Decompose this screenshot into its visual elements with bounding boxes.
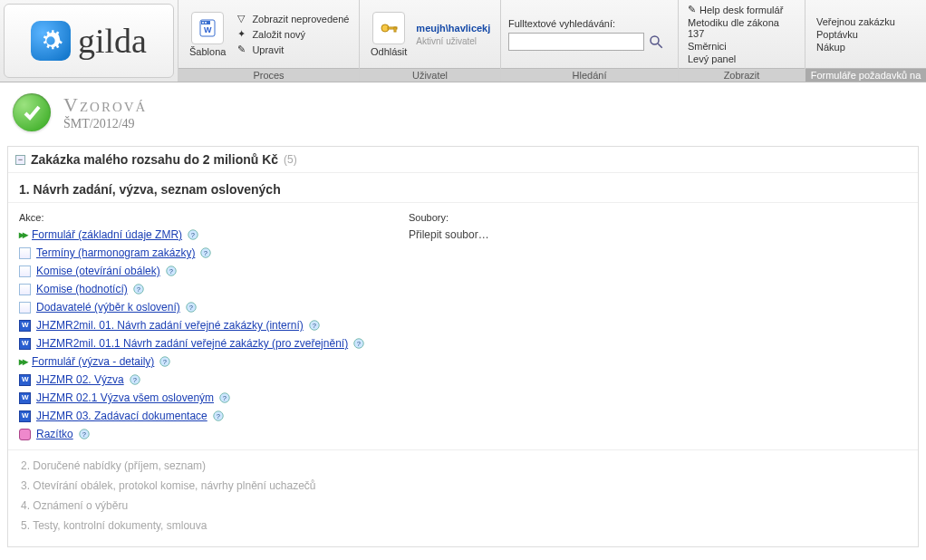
actions-label: Akce:: [19, 212, 387, 223]
magic-icon: ✦: [235, 28, 247, 41]
svg-text:?: ?: [217, 412, 220, 420]
page-code: ŠMT/2012/49: [63, 117, 147, 131]
word-template-icon: W: [191, 12, 224, 44]
page-header: Vzorová ŠMT/2012/49: [0, 82, 926, 140]
ribbon-group-zobrazit: ✎Help desk formulář Metodiku dle zákona …: [678, 0, 805, 82]
list-icon: [19, 247, 31, 259]
helpdesk-link[interactable]: ✎Help desk formulář: [688, 4, 796, 15]
svg-text:?: ?: [313, 322, 316, 330]
collapse-icon[interactable]: −: [15, 155, 25, 165]
svg-text:?: ?: [169, 267, 172, 275]
inactive-step: 4. Oznámení o výběru: [21, 499, 905, 512]
sablona-button[interactable]: W Šablona: [186, 10, 229, 59]
svg-point-2: [202, 22, 204, 24]
svg-text:?: ?: [132, 376, 136, 384]
ribbon-group-formulare: Veřejnou zakázku Poptávku Nákup Formulář…: [805, 0, 926, 82]
svg-text:?: ?: [163, 358, 167, 366]
levy-panel-link[interactable]: Levý panel: [688, 53, 796, 64]
upravit-button[interactable]: ✎Upravit: [235, 43, 349, 56]
ribbon-toolbar: gilda W Šablona ▽Zobrazit neprovedené ✦Z…: [0, 0, 926, 82]
pencil-icon: ✎: [688, 4, 696, 15]
ribbon-group-uzivatel: Odhlásit meujh\havlicekj Aktivní uživate…: [359, 0, 500, 82]
active-user-label: Aktivní uživatel: [416, 36, 490, 46]
help-icon[interactable]: ?: [159, 356, 170, 367]
action-row: Dodavatelé (výběr k oslovení)?: [19, 301, 387, 314]
action-row: ▸▸Formulář (výzva - detaily)?: [19, 355, 387, 368]
word-icon: [19, 338, 31, 350]
app-logo: gilda: [4, 4, 174, 78]
main-section: − Zakázka malého rozsahu do 2 milionů Kč…: [7, 146, 919, 547]
check-icon: [13, 93, 51, 131]
step1-header: 1. Návrh zadání, výzva, seznam oslovenýc…: [8, 173, 918, 203]
svg-text:?: ?: [204, 249, 207, 257]
help-icon[interactable]: ?: [130, 374, 140, 385]
svg-text:?: ?: [357, 340, 361, 348]
list-icon: [19, 266, 31, 277]
search-icon[interactable]: [648, 34, 664, 50]
list-icon: [19, 284, 31, 295]
action-row: JHZMR 02. Výzva?: [19, 373, 387, 386]
help-icon[interactable]: ?: [353, 338, 364, 349]
ribbon-group-proces: W Šablona ▽Zobrazit neprovedené ✦Založit…: [178, 0, 359, 82]
form-verejna-zakazka[interactable]: Veřejnou zakázku: [816, 16, 895, 27]
action-link[interactable]: Termíny (harmonogram zakázky): [36, 246, 195, 259]
action-link[interactable]: JHZMR 02. Výzva: [36, 373, 124, 386]
help-icon[interactable]: ?: [188, 229, 198, 240]
double-arrow-icon: ▸▸: [19, 355, 26, 368]
action-row: Termíny (harmonogram zakázky)?: [19, 246, 387, 259]
svg-rect-7: [394, 27, 396, 32]
section-count: (5): [284, 153, 297, 166]
odhlasit-button[interactable]: Odhlásit: [367, 10, 410, 59]
group-label-zobrazit: Zobrazit: [679, 68, 805, 82]
action-link[interactable]: JHZMR2mil. 01. Návrh zadání veřejné zaká…: [36, 319, 304, 332]
double-arrow-icon: ▸▸: [19, 228, 26, 241]
action-link[interactable]: JHZMR 02.1 Výzva všem osloveným: [36, 391, 214, 404]
logo-text: gilda: [78, 21, 147, 61]
help-icon[interactable]: ?: [309, 320, 320, 331]
help-icon[interactable]: ?: [133, 284, 144, 294]
stamp-icon: [19, 429, 31, 440]
action-link[interactable]: Razítko: [36, 428, 73, 440]
action-row: JHZMR2mil. 01.1 Návrh zadání veřejné zak…: [19, 337, 387, 350]
action-link[interactable]: JHZMR 03. Zadávací dokumentace: [36, 410, 207, 422]
word-icon: [19, 410, 31, 422]
gear-icon: [31, 21, 71, 61]
zobrazit-neprovedene-button[interactable]: ▽Zobrazit neprovedené: [235, 13, 349, 25]
svg-text:?: ?: [82, 430, 85, 439]
group-label-proces: Proces: [178, 68, 359, 82]
inactive-step: 5. Testy, kontrolní dokumenty, smlouva: [21, 519, 905, 532]
action-link[interactable]: Komise (otevírání obálek): [36, 265, 160, 277]
action-row: JHZMR 03. Zadávací dokumentace?: [19, 410, 387, 422]
action-row: Komise (hodnotící)?: [19, 283, 387, 295]
action-link[interactable]: Dodavatelé (výběr k oslovení): [36, 301, 180, 314]
form-nakup[interactable]: Nákup: [816, 42, 895, 53]
action-link[interactable]: JHZMR2mil. 01.1 Návrh zadání veřejné zak…: [36, 337, 348, 350]
help-icon[interactable]: ?: [213, 410, 224, 421]
action-link[interactable]: Formulář (základní údaje ZMR): [32, 228, 182, 241]
form-poptavka[interactable]: Poptávku: [816, 29, 895, 40]
key-icon: [372, 12, 405, 44]
help-icon[interactable]: ?: [186, 302, 197, 313]
help-icon[interactable]: ?: [166, 266, 177, 276]
smernice-link[interactable]: Směrnici: [688, 41, 796, 52]
attach-file-link[interactable]: Přilepit soubor…: [409, 228, 489, 241]
page-title: Vzorová: [63, 93, 147, 117]
word-icon: [19, 374, 31, 386]
svg-point-3: [205, 22, 207, 24]
word-icon: [19, 320, 31, 332]
pencil-icon: ✎: [235, 43, 247, 56]
help-icon[interactable]: ?: [219, 392, 230, 403]
action-link[interactable]: Formulář (výzva - detaily): [32, 355, 154, 368]
help-icon[interactable]: ?: [79, 429, 90, 439]
help-icon[interactable]: ?: [200, 247, 211, 258]
section-title: Zakázka malého rozsahu do 2 milionů Kč: [31, 152, 278, 167]
action-link[interactable]: Komise (hodnotící): [36, 283, 128, 295]
funnel-icon: ▽: [235, 13, 247, 25]
search-input[interactable]: [508, 33, 644, 51]
svg-line-9: [658, 43, 662, 48]
metodika-link[interactable]: Metodiku dle zákona 137: [688, 17, 796, 39]
zalozit-novy-button[interactable]: ✦Založit nový: [235, 28, 349, 41]
search-label: Fulltextové vyhledávání:: [508, 18, 664, 29]
action-row: ▸▸Formulář (základní údaje ZMR)?: [19, 228, 387, 241]
svg-text:?: ?: [223, 394, 227, 402]
